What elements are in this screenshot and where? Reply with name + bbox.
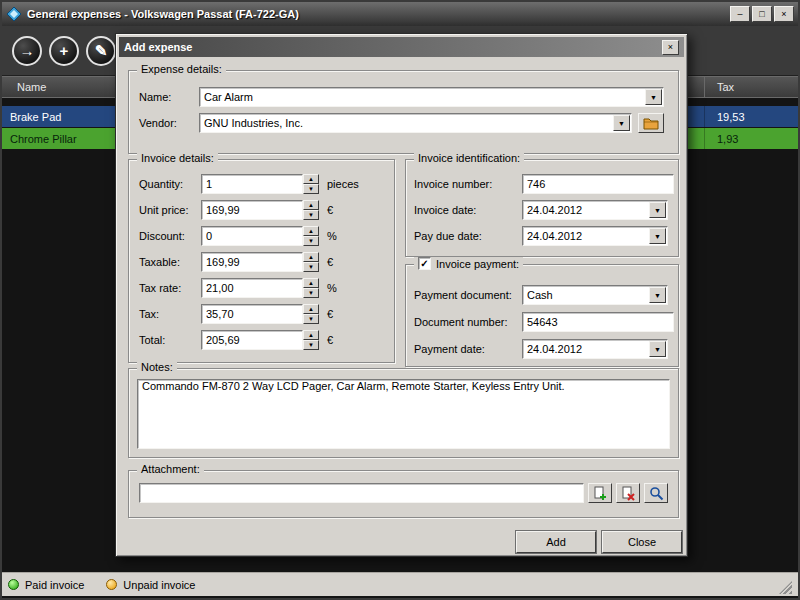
paid-status-icon (8, 579, 19, 590)
dialog-title: Add expense (124, 41, 662, 53)
spin-down-icon[interactable]: ▼ (303, 340, 319, 350)
spin-up-icon[interactable]: ▲ (303, 226, 319, 236)
name-value: Car Alarm (200, 91, 644, 103)
app-icon (6, 6, 22, 22)
folder-icon (643, 116, 659, 130)
tax-rate-input[interactable] (201, 278, 303, 298)
invoice-payment-group: ✓ Invoice payment: Payment document: Cas… (405, 264, 679, 367)
spin-up-icon[interactable]: ▲ (303, 200, 319, 210)
add-attachment-button[interactable] (588, 483, 612, 503)
discount-label: Discount: (139, 230, 201, 242)
discount-unit: % (327, 230, 337, 242)
total-input[interactable] (201, 330, 303, 350)
vendor-lookup-button[interactable] (638, 113, 664, 133)
spin-down-icon[interactable]: ▼ (303, 288, 319, 298)
invoice-date-value: 24.04.2012 (523, 204, 648, 216)
name-combobox[interactable]: Car Alarm ▼ (199, 87, 664, 107)
pay-due-date-picker[interactable]: 24.04.2012 ▼ (522, 226, 668, 246)
close-dialog-button[interactable]: × (662, 40, 679, 55)
plus-icon: + (60, 42, 69, 59)
chevron-down-icon[interactable]: ▼ (649, 287, 666, 303)
payment-document-combobox[interactable]: Cash ▼ (522, 285, 668, 305)
taxable-label: Taxable: (139, 256, 201, 268)
invoice-payment-checkbox[interactable]: ✓ (418, 257, 431, 270)
unpaid-status-icon (106, 579, 117, 590)
paid-legend-item: Paid invoice (8, 579, 84, 591)
invoice-identification-group: Invoice identification: Invoice number: … (405, 159, 679, 257)
total-label: Total: (139, 334, 201, 346)
invoice-date-picker[interactable]: 24.04.2012 ▼ (522, 200, 668, 220)
spin-up-icon[interactable]: ▲ (303, 330, 319, 340)
taxable-input[interactable] (201, 252, 303, 272)
paid-legend-label: Paid invoice (25, 579, 84, 591)
spin-down-icon[interactable]: ▼ (303, 236, 319, 246)
chevron-down-icon[interactable]: ▼ (645, 89, 662, 105)
vendor-combobox[interactable]: GNU Industries, Inc. ▼ (199, 113, 632, 133)
close-window-button[interactable]: × (774, 6, 794, 22)
notes-textarea[interactable]: Commando FM-870 2 Way LCD Pager, Car Ala… (137, 379, 670, 449)
discount-input[interactable] (201, 226, 303, 246)
tax-input[interactable] (201, 304, 303, 324)
minimize-button[interactable]: – (730, 6, 750, 22)
quantity-label: Quantity: (139, 178, 201, 190)
maximize-button[interactable]: □ (752, 6, 772, 22)
payment-date-value: 24.04.2012 (523, 343, 648, 355)
notes-legend: Notes: (137, 361, 177, 373)
document-number-input[interactable] (522, 312, 674, 332)
resize-grip[interactable] (779, 581, 792, 594)
attachment-legend: Attachment: (137, 463, 204, 475)
invoice-details-legend: Invoice details: (137, 152, 218, 164)
spin-up-icon[interactable]: ▲ (303, 278, 319, 288)
close-button[interactable]: Close (602, 531, 682, 553)
spin-up-icon[interactable]: ▲ (303, 304, 319, 314)
spin-down-icon[interactable]: ▼ (303, 210, 319, 220)
add-expense-dialog: Add expense × Expense details: Name: Car… (115, 33, 688, 557)
unpaid-legend-label: Unpaid invoice (123, 579, 195, 591)
tax-rate-unit: % (327, 282, 337, 294)
expense-details-legend: Expense details: (137, 63, 226, 75)
chevron-down-icon[interactable]: ▼ (649, 228, 666, 244)
cell-tax: 1,93 (704, 128, 798, 149)
unpaid-legend-item: Unpaid invoice (106, 579, 195, 591)
unit-price-unit: € (327, 204, 333, 216)
taxable-unit: € (327, 256, 333, 268)
chevron-down-icon[interactable]: ▼ (649, 341, 666, 357)
chevron-down-icon[interactable]: ▼ (649, 202, 666, 218)
column-header-tax[interactable]: Tax (704, 77, 798, 97)
tax-rate-label: Tax rate: (139, 282, 201, 294)
payment-document-label: Payment document: (414, 289, 522, 301)
attachment-path-input[interactable] (139, 483, 584, 503)
pay-due-date-label: Pay due date: (414, 230, 522, 242)
dialog-titlebar: Add expense × (119, 37, 684, 57)
vendor-label: Vendor: (139, 117, 199, 129)
toolbar-add-button[interactable]: + (49, 36, 79, 66)
attachment-group: Attachment: (128, 470, 679, 518)
exit-icon: → (20, 42, 35, 59)
add-button[interactable]: Add (516, 531, 596, 553)
view-attachment-button[interactable] (644, 483, 668, 503)
payment-date-picker[interactable]: 24.04.2012 ▼ (522, 339, 668, 359)
invoice-number-label: Invoice number: (414, 178, 522, 190)
spin-down-icon[interactable]: ▼ (303, 314, 319, 324)
tax-unit: € (327, 308, 333, 320)
quantity-input[interactable] (201, 174, 303, 194)
cell-tax: 19,53 (704, 106, 798, 127)
spin-down-icon[interactable]: ▼ (303, 262, 319, 272)
invoice-details-group: Invoice details: Quantity: ▲▼ pieces Uni… (128, 159, 395, 363)
toolbar-exit-button[interactable]: → (12, 36, 42, 66)
spin-down-icon[interactable]: ▼ (303, 184, 319, 194)
invoice-number-input[interactable] (522, 174, 674, 194)
invoice-payment-legend: Invoice payment: (436, 258, 519, 270)
toolbar-edit-button[interactable]: ✎ (86, 36, 116, 66)
unit-price-input[interactable] (201, 200, 303, 220)
expense-details-group: Expense details: Name: Car Alarm ▼ Vendo… (128, 70, 679, 154)
add-attachment-icon (593, 486, 608, 501)
spin-up-icon[interactable]: ▲ (303, 252, 319, 262)
remove-attachment-icon (621, 486, 636, 501)
spin-up-icon[interactable]: ▲ (303, 174, 319, 184)
vendor-value: GNU Industries, Inc. (200, 117, 612, 129)
remove-attachment-button[interactable] (616, 483, 640, 503)
status-bar: Paid invoice Unpaid invoice (2, 572, 798, 596)
chevron-down-icon[interactable]: ▼ (613, 115, 630, 131)
magnifier-icon (649, 486, 664, 501)
